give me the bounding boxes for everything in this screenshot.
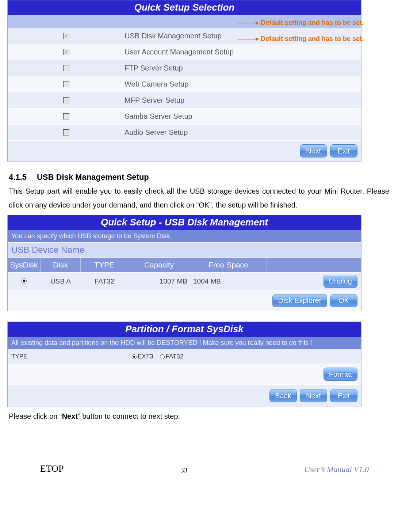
closing-post: ” button to connect to next step. [78, 412, 180, 420]
setup-row-mfp: MFP Server Setup [8, 92, 361, 108]
cell-free: 1004 MB [190, 277, 267, 285]
exit-button[interactable]: Exit [330, 144, 357, 157]
annotation-2: Default setting and has to be set. [237, 35, 364, 43]
setup-label: Web Camera Setup [125, 80, 361, 88]
checkbox-user-account[interactable] [63, 49, 69, 55]
radio-ext3-text: EXT3 [138, 353, 153, 360]
page-footer: ETOP 33 User’s Manual V1.0 [7, 463, 391, 485]
closing-bold: Next [62, 412, 78, 420]
closing-paragraph: Please click on “Next” button to connect… [9, 409, 389, 423]
section-heading: 4.1.5USB Disk Management Setup [9, 172, 391, 182]
radio-fat32[interactable] [160, 354, 165, 359]
setup-label: Audio Server Setup [125, 128, 361, 137]
panel1-button-row: Next Exit [8, 140, 361, 161]
setup-label: User Account Management Setup [125, 48, 361, 56]
checkbox-ftp[interactable] [63, 65, 69, 71]
panel3-format-row: Format [8, 364, 361, 384]
col-free: Free Space [190, 258, 267, 272]
annotation-text: Default setting and has to be set. [261, 19, 364, 27]
section-title: USB Disk Management Setup [37, 172, 149, 182]
footer-page-number: 33 [180, 466, 187, 474]
radio-ext3[interactable] [132, 354, 137, 359]
next-button[interactable]: Next [300, 144, 327, 157]
setup-label: Samba Server Setup [125, 112, 361, 121]
checkbox-audio[interactable] [63, 129, 69, 136]
checkbox-mfp[interactable] [63, 97, 69, 103]
radio-fat32-label[interactable]: FAT32 [160, 353, 184, 360]
setup-row-webcam: Web Camera Setup [8, 76, 361, 92]
section-number: 4.1.5 [9, 172, 27, 182]
setup-row-audio: Audio Server Setup [8, 124, 361, 140]
disk-explorer-button[interactable]: Disk Explorer [272, 294, 327, 307]
unplug-button[interactable]: Unplug [324, 275, 357, 288]
panel3-desc: All existing data and partitions on the … [8, 337, 361, 349]
checkbox-usb-disk[interactable] [63, 33, 69, 39]
annotation-text: Default setting and has to be set. [261, 35, 364, 43]
panel3-nav-row: Back Next Exit [8, 384, 361, 407]
setup-label: MFP Server Setup [125, 96, 361, 104]
quick-setup-selection-panel: Quick Setup Selection USB Disk Managemen… [7, 0, 391, 162]
checkbox-samba[interactable] [63, 113, 69, 119]
sysdisk-radio[interactable] [22, 278, 27, 284]
annotation-1: Default setting and has to be set. [237, 19, 364, 27]
panel3-title: Partition / Format SysDisk [8, 322, 361, 337]
arrow-icon [237, 23, 259, 23]
col-actions [267, 258, 361, 272]
footer-brand: ETOP [40, 463, 64, 474]
cell-type: FAT32 [81, 277, 128, 285]
format-type-row: TYPE EXT3 FAT32 [8, 349, 361, 364]
arrow-icon [237, 39, 259, 39]
col-capacity: Capacity [128, 258, 190, 272]
radio-fat32-text: FAT32 [166, 353, 184, 360]
usb-table-header: SysDisk Disk TYPE Capacity Free Space [8, 257, 361, 272]
ok-button[interactable]: OK [330, 294, 357, 307]
exit-button[interactable]: Exit [330, 389, 357, 402]
section-paragraph: This Setup part will enable you to easil… [9, 184, 389, 212]
col-sysdisk: SysDisk [8, 258, 41, 272]
cell-capacity: 1007 MB [128, 277, 190, 285]
back-button[interactable]: Back [269, 389, 297, 402]
radio-ext3-label[interactable]: EXT3 [132, 353, 153, 360]
setup-row-samba: Samba Server Setup [8, 108, 361, 124]
format-button[interactable]: Format [324, 368, 357, 381]
panel2-button-row: Disk Explorer OK [8, 290, 361, 311]
col-type: TYPE [81, 258, 128, 272]
usb-disk-management-panel: Quick Setup - USB Disk Management You ca… [7, 215, 361, 311]
type-label: TYPE [8, 353, 132, 360]
panel2-subheader: USB Device Name [8, 242, 361, 257]
panel1-title: Quick Setup Selection [8, 0, 361, 15]
setup-label: FTP Server Setup [125, 64, 361, 72]
usb-table-row: USB A FAT32 1007 MB 1004 MB Unplug [8, 272, 361, 290]
next-button[interactable]: Next [300, 389, 327, 402]
closing-pre: Please click on “ [9, 412, 62, 420]
panel2-title: Quick Setup - USB Disk Management [8, 215, 361, 230]
checkbox-webcam[interactable] [63, 81, 69, 87]
partition-format-panel: Partition / Format SysDisk All existing … [7, 322, 361, 407]
footer-manual: User’s Manual V1.0 [304, 465, 369, 474]
setup-row-ftp: FTP Server Setup [8, 60, 361, 76]
cell-disk: USB A [41, 277, 81, 285]
panel2-desc: You can specify which USB storage to be … [8, 230, 361, 242]
col-disk: Disk [41, 258, 81, 272]
setup-row-user-account: User Account Management Setup [8, 44, 361, 60]
